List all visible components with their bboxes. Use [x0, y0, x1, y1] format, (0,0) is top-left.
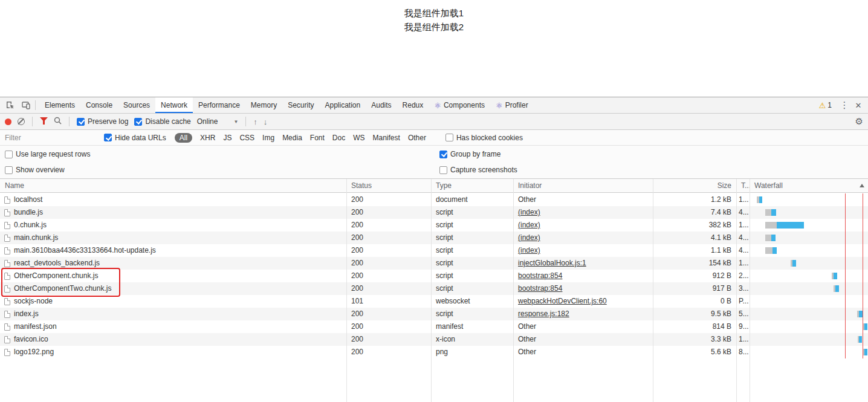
use-large-request-rows-checkbox[interactable]: Use large request rows: [5, 150, 90, 158]
has-blocked-cookies-checkbox[interactable]: Has blocked cookies: [445, 134, 523, 142]
inspect-element-icon[interactable]: [2, 97, 18, 113]
column-header-status[interactable]: Status: [346, 179, 431, 192]
import-har-icon[interactable]: ↑: [253, 117, 257, 126]
filter-type-xhr[interactable]: XHR: [200, 134, 215, 142]
filter-type-doc[interactable]: Doc: [332, 134, 345, 142]
request-name-cell[interactable]: 0.chunk.js: [0, 219, 346, 232]
close-icon[interactable]: ✕: [851, 101, 866, 110]
column-separator[interactable]: [513, 179, 514, 402]
request-name-cell[interactable]: main.3610baa4436c33133664.hot-update.js: [0, 244, 346, 257]
tab-application[interactable]: Application: [320, 97, 366, 113]
filter-type-font[interactable]: Font: [310, 134, 325, 142]
filter-type-img[interactable]: Img: [262, 134, 274, 142]
show-overview-checkbox[interactable]: Show overview: [5, 166, 65, 174]
initiator-link[interactable]: (index): [518, 233, 540, 242]
request-time-cell: 4...: [736, 244, 750, 257]
capture-screenshots-checkbox[interactable]: Capture screenshots: [439, 166, 517, 174]
disable-cache-checkbox[interactable]: Disable cache: [134, 117, 190, 126]
column-header-initiator[interactable]: Initiator: [513, 179, 653, 192]
checkbox-box: [104, 134, 112, 141]
filter-type-media[interactable]: Media: [282, 134, 302, 142]
initiator-link[interactable]: bootstrap:854: [518, 284, 562, 293]
console-warning-indicator[interactable]: ⚠ 1: [819, 101, 832, 110]
tab-elements[interactable]: Elements: [39, 97, 80, 113]
group-by-frame-checkbox[interactable]: Group by frame: [439, 150, 500, 158]
devtools-menu-icon[interactable]: ⋮: [838, 100, 851, 111]
initiator-link[interactable]: (index): [518, 208, 540, 216]
column-header-name[interactable]: Name: [0, 179, 346, 192]
table-row[interactable]: main.chunk.js200script(index)4.1 kB4...: [0, 232, 868, 244]
record-button[interactable]: [5, 118, 11, 125]
filter-type-all[interactable]: All: [175, 133, 192, 143]
tab-audits[interactable]: Audits: [366, 97, 397, 113]
search-icon[interactable]: [54, 117, 62, 126]
initiator-link[interactable]: (index): [518, 246, 540, 254]
request-name-cell[interactable]: bundle.js: [0, 206, 346, 219]
table-row[interactable]: index.js200scriptresponse.js:1829.5 kB5.…: [0, 308, 868, 320]
request-name-cell[interactable]: logo192.png: [0, 346, 346, 358]
column-separator[interactable]: [431, 179, 432, 402]
initiator-link[interactable]: response.js:182: [518, 310, 569, 318]
table-row[interactable]: main.3610baa4436c33133664.hot-update.js2…: [0, 244, 868, 257]
filter-funnel-icon[interactable]: [40, 117, 48, 126]
initiator-link[interactable]: (index): [518, 221, 540, 229]
tab-redux[interactable]: Redux: [397, 97, 429, 113]
initiator-link[interactable]: injectGlobalHook.js:1: [518, 259, 586, 267]
initiator-text: Other: [518, 335, 536, 343]
tab-profiler[interactable]: ⚛Profiler: [490, 97, 534, 113]
table-row[interactable]: OtherComponent.chunk.js200scriptbootstra…: [0, 270, 868, 282]
filter-type-js[interactable]: JS: [223, 134, 232, 142]
request-name-cell[interactable]: OtherComponentTwo.chunk.js: [0, 282, 346, 295]
checkbox-label: Has blocked cookies: [456, 134, 523, 142]
request-name-cell[interactable]: index.js: [0, 308, 346, 320]
filter-type-ws[interactable]: WS: [353, 134, 364, 142]
request-name-cell[interactable]: OtherComponent.chunk.js: [0, 270, 346, 282]
column-separator[interactable]: [346, 179, 347, 402]
filter-type-css[interactable]: CSS: [239, 134, 254, 142]
network-settings-gear-icon[interactable]: ⚙: [855, 116, 863, 127]
tab-security[interactable]: Security: [282, 97, 319, 113]
table-row[interactable]: favicon.ico200x-iconOther3.3 kB1...: [0, 333, 868, 346]
hide-data-urls-checkbox[interactable]: Hide data URLs: [104, 134, 166, 142]
tab-network[interactable]: Network: [155, 97, 193, 113]
tab-components[interactable]: ⚛Components: [429, 97, 490, 113]
column-separator[interactable]: [736, 179, 737, 402]
initiator-link[interactable]: bootstrap:854: [518, 271, 562, 280]
table-row[interactable]: logo192.png200pngOther5.6 kB8...: [0, 346, 868, 358]
device-toolbar-icon[interactable]: [18, 97, 34, 113]
column-separator[interactable]: [653, 179, 653, 402]
table-row[interactable]: 0.chunk.js200script(index)382 kB1...: [0, 219, 868, 232]
request-status-cell: 200: [346, 346, 431, 358]
tab-sources[interactable]: Sources: [118, 97, 155, 113]
tab-performance[interactable]: Performance: [193, 97, 245, 113]
column-header-waterfall[interactable]: Waterfall: [750, 179, 868, 192]
filter-input[interactable]: [5, 134, 96, 142]
column-header-time[interactable]: T...: [736, 179, 750, 192]
table-row[interactable]: react_devtools_backend.js200scriptinject…: [0, 257, 868, 270]
request-name-cell[interactable]: main.chunk.js: [0, 232, 346, 244]
filter-type-manifest[interactable]: Manifest: [373, 134, 400, 142]
request-name-cell[interactable]: manifest.json: [0, 320, 346, 333]
request-name-cell[interactable]: favicon.ico: [0, 333, 346, 346]
column-header-size[interactable]: Size: [653, 179, 736, 192]
tab-memory[interactable]: Memory: [245, 97, 282, 113]
tab-console[interactable]: Console: [80, 97, 118, 113]
request-name-cell[interactable]: react_devtools_backend.js: [0, 257, 346, 270]
clear-button[interactable]: [18, 118, 25, 125]
column-header-type[interactable]: Type: [431, 179, 513, 192]
export-har-icon[interactable]: ↓: [264, 117, 268, 126]
table-row[interactable]: OtherComponentTwo.chunk.js200scriptboots…: [0, 282, 868, 295]
throttling-dropdown[interactable]: Online ▼: [197, 117, 239, 126]
table-row[interactable]: manifest.json200manifestOther814 B9...: [0, 320, 868, 333]
request-name: react_devtools_backend.js: [14, 257, 100, 270]
column-separator[interactable]: [750, 179, 750, 402]
preserve-log-checkbox[interactable]: Preserve log: [77, 117, 128, 126]
table-row[interactable]: bundle.js200script(index)7.4 kB4...: [0, 206, 868, 219]
table-row[interactable]: localhost200documentOther1.2 kB1...: [0, 193, 868, 206]
request-initiator-cell: Other: [513, 320, 653, 333]
request-name-cell[interactable]: sockjs-node: [0, 295, 346, 308]
table-row[interactable]: sockjs-node101websocketwebpackHotDevClie…: [0, 295, 868, 308]
initiator-link[interactable]: webpackHotDevClient.js:60: [518, 297, 607, 305]
filter-type-other[interactable]: Other: [408, 134, 426, 142]
request-name-cell[interactable]: localhost: [0, 193, 346, 206]
